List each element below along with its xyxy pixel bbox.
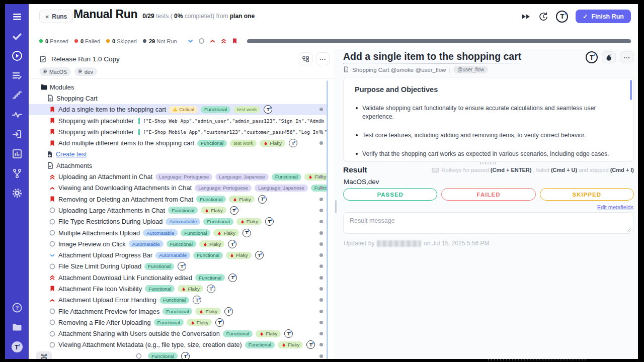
status-dot[interactable]	[319, 198, 323, 201]
card-resize-grip[interactable]	[480, 162, 497, 164]
plan-link[interactable]: plan one	[230, 13, 255, 20]
rerun-timer-icon[interactable]	[538, 12, 548, 22]
branches-icon[interactable]	[11, 167, 23, 179]
circle-filter-icon[interactable]	[198, 38, 205, 44]
status-dot[interactable]	[319, 298, 323, 302]
test-row[interactable]: File Type Restrictions During UploadAuto…	[29, 216, 327, 227]
status-dot[interactable]	[319, 321, 323, 324]
test-row[interactable]: Viewing and Downloading Attachments in C…	[29, 183, 327, 194]
testomat-icon: T	[178, 262, 186, 270]
bomb-timer-button[interactable]	[602, 51, 616, 63]
status-dot[interactable]	[319, 343, 323, 346]
test-row[interactable]: Attachment File Icon VisibilityFunctiona…	[29, 283, 327, 294]
suite-row[interactable]: Shopping Cart	[29, 93, 327, 104]
projects-icon[interactable]	[11, 321, 23, 333]
tree-view-button[interactable]	[299, 52, 312, 65]
panel-resizer[interactable]	[334, 49, 338, 359]
test-row[interactable]: Removing a File After UploadingFunctiona…	[29, 317, 327, 328]
status-notrun[interactable]: 29 Not Run	[143, 38, 177, 44]
test-tag-pill[interactable]: @user_flow	[453, 66, 488, 73]
menu-icon[interactable]	[11, 11, 23, 23]
test-row[interactable]: Shopping with placeholder["E-Shop Web Ap…	[29, 115, 327, 126]
suite-row[interactable]: Attachments	[29, 160, 327, 171]
passed-button[interactable]: PASSED	[343, 188, 437, 201]
status-dot[interactable]	[319, 310, 323, 313]
status-dot[interactable]	[319, 175, 323, 178]
module-folder-row[interactable]: Modules	[29, 81, 327, 93]
description-scrollbar[interactable]	[630, 80, 632, 100]
status-dot[interactable]	[319, 332, 323, 335]
test-row[interactable]: FunctionalT	[29, 350, 327, 359]
status-dot[interactable]	[319, 276, 323, 280]
create-test-row[interactable]: Create test	[29, 149, 327, 160]
run-more-button[interactable]: ···	[316, 52, 330, 65]
test-title[interactable]: Add a single item to the shopping cart	[343, 51, 521, 64]
test-row[interactable]: Add a single item to the shopping cartCr…	[29, 104, 327, 115]
test-name: Attachment File Icon Visibility	[58, 285, 142, 293]
test-row[interactable]: Multiple Attachments UploadAutomatableFu…	[29, 227, 327, 238]
test-row[interactable]: Shopping with placeholder["E-Shop Mobile…	[29, 126, 327, 137]
status-dot[interactable]	[319, 231, 323, 235]
test-row[interactable]: Uploading an Attachment in ChatLanguage:…	[29, 171, 327, 182]
import-icon[interactable]	[11, 128, 23, 140]
bookmark-icon	[49, 285, 56, 292]
run-tag[interactable]: dev	[74, 67, 97, 76]
tree-scrollbar[interactable]	[327, 80, 329, 359]
status-failed[interactable]: 0 Failed	[74, 38, 100, 44]
status-dot[interactable]	[319, 253, 323, 257]
edit-metafields-link[interactable]: Edit metafields	[597, 204, 633, 210]
result-message-input[interactable]	[343, 212, 633, 234]
test-row[interactable]: Image Preview on ClickAutomatableFunctio…	[29, 238, 327, 249]
logo-icon[interactable]: T	[11, 341, 23, 353]
status-passed[interactable]: 0 Passed	[39, 38, 68, 44]
detail-more-button[interactable]: ···	[620, 51, 634, 63]
finish-run-button[interactable]: ✓Finish Run	[576, 10, 631, 23]
test-row[interactable]: File Attachment Preview for ImagesFuncti…	[29, 306, 327, 317]
test-row[interactable]: Attachment Sharing with Users outside th…	[29, 328, 327, 339]
status-dot[interactable]	[319, 264, 323, 268]
bookmark-filter-icon[interactable]	[231, 38, 238, 44]
pulse-icon[interactable]	[11, 109, 23, 121]
status-dot[interactable]	[319, 287, 323, 291]
status-dot[interactable]	[319, 209, 323, 212]
test-row[interactable]: Removing or Deleting an Attachment from …	[29, 194, 327, 205]
test-path[interactable]: Shopping Cart @smoke @user_flow	[352, 67, 446, 73]
plans-icon[interactable]	[11, 69, 23, 81]
test-row[interactable]: Add multiple different items to the shop…	[29, 137, 327, 148]
status-dot[interactable]	[319, 354, 323, 358]
chevron-down-icon[interactable]	[187, 38, 194, 44]
fast-forward-icon[interactable]	[521, 12, 531, 22]
status-dot[interactable]	[319, 220, 323, 223]
priority-highest-filter-icon[interactable]	[220, 38, 227, 44]
status-dot[interactable]	[319, 141, 323, 145]
test-row[interactable]: Attachment Upload Error HandlingFunction…	[29, 295, 327, 306]
status-dot[interactable]	[319, 130, 323, 134]
run-clipboard-icon	[39, 55, 47, 63]
test-row[interactable]: Viewing Attachment Metadata (e.g., file …	[29, 339, 327, 350]
status-skipped[interactable]: 0 Skipped	[106, 38, 137, 44]
status-dot[interactable]	[319, 108, 323, 111]
runs-icon[interactable]	[11, 50, 23, 62]
steps-icon[interactable]	[11, 89, 23, 101]
test-row[interactable]: Attachment Download Link Functionality e…	[29, 272, 327, 283]
badge-testwork: test work	[230, 140, 257, 147]
tests-icon[interactable]	[11, 30, 23, 42]
status-dot[interactable]	[319, 242, 323, 246]
status-dot[interactable]	[319, 119, 323, 123]
failed-button[interactable]: FAILED	[441, 188, 535, 201]
create-test-link[interactable]: Create test	[56, 151, 87, 158]
test-example-data: ["E-Shop Mobile App","customer123","cust…	[143, 129, 327, 135]
flame-icon	[190, 320, 195, 325]
skipped-button[interactable]: SKIPPED	[540, 188, 634, 201]
priority-high-filter-icon[interactable]	[209, 38, 216, 44]
test-row[interactable]: Attachment Upload Progress BarAutomatabl…	[29, 249, 327, 260]
help-icon[interactable]: ?	[11, 302, 23, 314]
test-row[interactable]: File Size Limit During UploadFunctionalT	[29, 261, 327, 272]
analytics-icon[interactable]	[11, 148, 23, 160]
settings-icon[interactable]	[11, 187, 23, 199]
back-to-runs-button[interactable]: « Runs	[39, 10, 73, 23]
test-row[interactable]: Uploading Large Attachments in ChatFunct…	[29, 205, 327, 216]
testomat-icon[interactable]: T	[586, 51, 598, 63]
run-tag[interactable]: MacOS	[39, 67, 71, 76]
testomat-logo-icon[interactable]: T	[556, 11, 568, 23]
